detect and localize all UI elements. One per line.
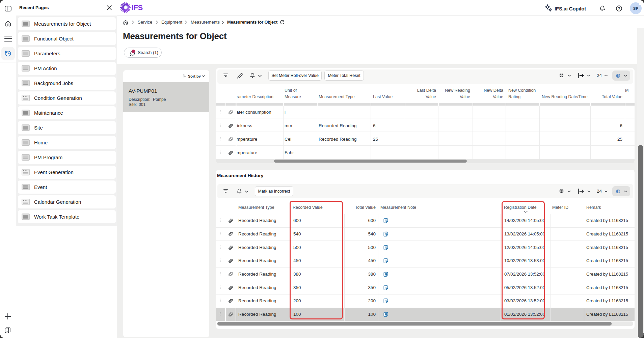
svg-text:?: ? bbox=[618, 6, 620, 10]
